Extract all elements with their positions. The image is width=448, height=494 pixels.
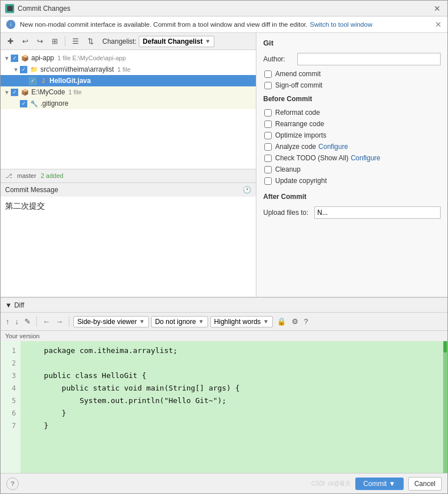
ignore-label: Do not ignore	[155, 318, 196, 326]
code-area: package com.itheima.arraylist; public cl…	[20, 341, 442, 473]
rearrange-code-checkbox[interactable]	[264, 121, 272, 128]
diff-prev-btn[interactable]: ←	[41, 316, 52, 328]
analyze-code-label: Analyze code	[275, 143, 316, 151]
signoff-commit-label: Sign-off commit	[275, 81, 322, 89]
changelist-label: Changelist:	[102, 38, 136, 45]
rearrange-code-row: Rearrange code	[263, 120, 441, 128]
diff-edit-btn[interactable]: ✎	[23, 316, 32, 328]
check-todo-checkbox[interactable]	[264, 155, 272, 162]
diff-up-btn[interactable]: ↑	[4, 316, 11, 328]
reformat-code-checkbox[interactable]	[264, 109, 272, 117]
cleanup-checkbox[interactable]	[264, 166, 272, 173]
commit-button[interactable]: Commit ▼	[355, 478, 404, 490]
group-button[interactable]: ⊞	[48, 35, 61, 48]
status-bar: ⎇ master 2 added	[1, 169, 256, 182]
optimize-imports-row: Optimize imports	[263, 131, 441, 139]
banner-close-button[interactable]: ✕	[435, 20, 442, 29]
checkbox-hellojava[interactable]: ✓	[29, 77, 36, 85]
tree-meta: 1 file	[117, 66, 130, 73]
amend-commit-checkbox[interactable]	[264, 70, 272, 78]
checkbox-src[interactable]: ✓	[20, 66, 27, 73]
signoff-commit-checkbox[interactable]	[264, 82, 272, 89]
git-section-title: Git	[263, 39, 441, 47]
module-icon2: 📦	[20, 88, 30, 97]
checkbox-emycode[interactable]: ✓	[11, 89, 18, 96]
tree-row-hellojava[interactable]: ▶ ✓ J HelloGit.java	[1, 75, 256, 86]
redo-button[interactable]: ↪	[34, 35, 46, 48]
ignore-arrow-icon: ▼	[198, 318, 204, 325]
signoff-commit-row: Sign-off commit	[263, 81, 441, 89]
close-button[interactable]: ✕	[432, 3, 443, 14]
commit-message-input[interactable]	[1, 197, 256, 297]
tree-label: .gitignore	[40, 99, 68, 107]
diff-down-btn[interactable]: ↓	[14, 316, 21, 328]
optimize-imports-checkbox[interactable]	[264, 132, 272, 139]
analyze-configure-link[interactable]: Configure	[318, 143, 348, 151]
optimize-imports-label: Optimize imports	[275, 131, 326, 139]
before-commit-divider: Before Commit	[263, 95, 441, 103]
window-title: Commit Changes	[18, 5, 432, 13]
update-copyright-checkbox[interactable]	[264, 177, 272, 185]
diff-title[interactable]: ▼ Diff	[5, 301, 24, 309]
line-numbers: 1234567	[1, 341, 20, 473]
undo-button[interactable]: ↩	[19, 35, 31, 48]
author-field-row: Author:	[263, 53, 441, 65]
upload-files-input[interactable]	[314, 206, 441, 219]
update-copyright-row: Update copyright	[263, 177, 441, 185]
checkbox-api-app[interactable]: ✓	[11, 55, 18, 62]
changelist-value: Default Changelist	[143, 38, 202, 45]
banner-text: New non-modal commit interface is availa…	[20, 21, 308, 28]
tree-row-src[interactable]: ▼ ✓ 📁 src\com\itheima\arraylist 1 file	[1, 64, 256, 75]
highlight-label: Highlight words	[214, 318, 261, 326]
left-panel: ✚ ↩ ↪ ⊞ ☰ ⇅ Changelist: Default Changeli…	[1, 33, 256, 297]
after-commit-divider: After Commit	[263, 193, 441, 201]
info-banner: i New non-modal commit interface is avai…	[1, 16, 447, 33]
info-icon: i	[6, 20, 15, 29]
rearrange-code-label: Rearrange code	[275, 120, 324, 128]
window: ⬛ Commit Changes ✕ i New non-modal commi…	[0, 0, 448, 494]
tree-row-emycode[interactable]: ▼ ✓ 📦 E:\MyCode 1 file	[1, 86, 256, 98]
cleanup-label: Cleanup	[275, 165, 301, 173]
files-toolbar: ✚ ↩ ↪ ⊞ ☰ ⇅ Changelist: Default Changeli…	[1, 33, 256, 50]
java-file-icon: J	[39, 76, 48, 85]
bottom-left: ?	[6, 478, 19, 490]
check-todo-label: Check TODO (Show All)	[275, 154, 349, 162]
sort2-button[interactable]: ⇅	[84, 35, 97, 48]
cleanup-row: Cleanup	[263, 165, 441, 173]
switch-tool-window-link[interactable]: Switch to tool window	[310, 21, 372, 28]
highlight-dropdown[interactable]: Highlight words ▼	[210, 316, 273, 327]
checkbox-gitignore[interactable]: ✓	[20, 100, 27, 107]
expand-icon[interactable]: ▼	[3, 54, 11, 62]
check-todo-configure-link[interactable]: Configure	[351, 154, 380, 162]
sep1	[65, 36, 65, 47]
ignore-dropdown[interactable]: Do not ignore ▼	[151, 316, 208, 327]
expand-icon[interactable]: ▼	[12, 65, 20, 73]
viewer-dropdown[interactable]: Side-by-side viewer ▼	[73, 316, 149, 327]
history-icon[interactable]: 🕐	[243, 186, 251, 194]
before-commit-title: Before Commit	[263, 95, 441, 103]
diff-next-btn[interactable]: →	[54, 316, 65, 328]
add-button[interactable]: ✚	[4, 35, 16, 48]
module-icon: 📦	[20, 53, 30, 63]
commit-msg-title: Commit Message	[5, 186, 58, 194]
tree-label: api-app	[31, 54, 54, 62]
tree-meta: 1 file E:\MyCode\api-app	[57, 55, 126, 61]
analyze-code-checkbox[interactable]	[264, 143, 272, 151]
author-label: Author:	[263, 55, 297, 63]
tree-row-gitignore[interactable]: ▶ ✓ 🔧 .gitignore	[1, 98, 256, 109]
changelist-arrow-icon: ▼	[205, 38, 210, 44]
settings-icon[interactable]: ⚙	[290, 316, 300, 328]
tree-row-api-app[interactable]: ▼ ✓ 📦 api-app 1 file E:\MyCode\api-app	[1, 52, 256, 64]
help-icon[interactable]: ?	[302, 316, 310, 328]
branch-name: master	[17, 172, 36, 179]
cancel-button[interactable]: Cancel	[408, 477, 442, 491]
author-input[interactable]	[297, 53, 441, 65]
sort-button[interactable]: ☰	[69, 35, 82, 48]
expand-icon[interactable]: ▼	[3, 88, 11, 96]
changelist-dropdown[interactable]: Default Changelist ▼	[139, 36, 214, 47]
lock-icon[interactable]: 🔒	[275, 316, 288, 328]
help-button[interactable]: ?	[6, 478, 19, 490]
amend-commit-label: Amend commit	[275, 70, 321, 78]
diff-toolbar: ↑ ↓ ✎ ← → Side-by-side viewer ▼ Do not i…	[1, 313, 447, 331]
update-copyright-label: Update copyright	[275, 177, 327, 185]
